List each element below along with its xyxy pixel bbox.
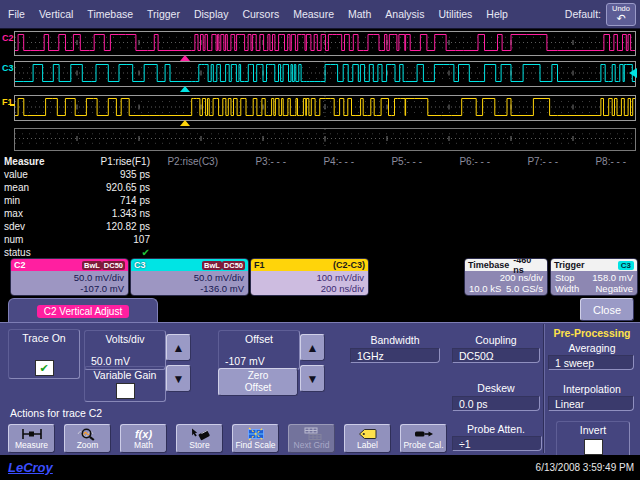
measure-col-header-p2[interactable]: P2:rise(C3) — [160, 156, 228, 169]
offset-decrease-button[interactable]: ▼ — [300, 365, 325, 392]
grid-strip-empty[interactable] — [14, 128, 636, 151]
measure-table: MeasureP1:rise(F1)P2:rise(C3)P3:- - -P4:… — [4, 156, 638, 260]
descriptor-c2[interactable]: C2 BwLDC50 50.0 mV/div -107.0 mV — [10, 258, 129, 296]
menu-bar: FileVerticalTimebaseTriggerDisplayCursor… — [0, 0, 640, 29]
measure-min-p6 — [432, 195, 500, 208]
actions-row: MeasureZoomf(x)MathStoreFind ScaleNext G… — [8, 424, 447, 453]
measure-sdev-p5 — [364, 221, 432, 234]
measure-value-p4 — [296, 169, 364, 182]
descriptor-c3[interactable]: C3 BwLDC50 50.0 mV/div -136.0 mV — [130, 258, 249, 296]
measure-table-title: Measure — [4, 156, 92, 169]
menu-help[interactable]: Help — [480, 1, 514, 28]
menu-trigger[interactable]: Trigger — [141, 1, 186, 28]
measure-max-p5 — [364, 208, 432, 221]
invert-label: Invert — [580, 424, 606, 436]
math-button[interactable]: f(x)Math — [120, 424, 167, 453]
menu-file[interactable]: File — [2, 1, 31, 28]
grid-strip-f1[interactable] — [14, 95, 636, 121]
timebase-title: Timebase — [468, 260, 509, 270]
trigger-time-marker-c2[interactable] — [180, 55, 190, 61]
measure-mean-p4 — [296, 182, 364, 195]
measure-col-header-p5[interactable]: P5:- - - — [364, 156, 432, 169]
descriptor-c2-body: 50.0 mV/div -107.0 mV — [11, 271, 128, 295]
probe-cal-button[interactable]: Probe Cal. — [400, 424, 447, 453]
find-scale-button[interactable]: Find Scale — [232, 424, 279, 453]
measure-sdev-p3 — [228, 221, 296, 234]
menu-vertical[interactable]: Vertical — [33, 1, 79, 28]
measure-row-label-min: min — [4, 195, 92, 208]
measure-min-p7 — [500, 195, 568, 208]
measure-num-p4 — [296, 234, 364, 247]
bandwidth-field[interactable]: 1GHz — [350, 348, 440, 363]
menu-utilities[interactable]: Utilities — [432, 1, 478, 28]
measure-max-p1: 1.343 ns — [92, 208, 160, 221]
status-bar: LeCroy 6/13/2008 3:59:49 PM — [0, 455, 640, 480]
trigger-level: 158.0 mV — [592, 272, 633, 284]
datetime: 6/13/2008 3:59:49 PM — [536, 462, 634, 473]
action-button-label: Math — [134, 441, 153, 450]
grid-strip-c2[interactable] — [14, 31, 636, 56]
interpolation-field[interactable]: Linear — [548, 396, 634, 411]
measure-col-header-p4[interactable]: P4:- - - — [296, 156, 364, 169]
descriptor-trigger[interactable]: Trigger C3 Stop 158.0 mV Width Negative — [550, 258, 638, 296]
trace-on-checkbox[interactable]: ✔ — [35, 360, 54, 376]
action-button-label: Find Scale — [235, 441, 275, 450]
descriptor-f1[interactable]: F1 (C2-C3) 100 mV/div 200 ns/div — [250, 258, 369, 296]
trigger-title: Trigger — [554, 260, 585, 270]
oscilloscope-screen: FileVerticalTimebaseTriggerDisplayCursor… — [0, 0, 640, 480]
measure-col-header-p7[interactable]: P7:- - - — [500, 156, 568, 169]
probe-atten-field[interactable]: ÷1 — [452, 436, 542, 451]
offset-value[interactable]: -107 mV — [219, 355, 299, 367]
zoom-button[interactable]: Zoom — [64, 424, 111, 453]
descriptor-f1-body: 100 mV/div 200 ns/div — [251, 271, 368, 295]
timebase-scale: 200 ns/div — [469, 272, 543, 284]
measure-icon — [21, 427, 43, 441]
offset-increase-button[interactable]: ▲ — [300, 334, 325, 361]
zero-offset-button[interactable]: Zero Offset — [218, 368, 298, 396]
menu-analysis[interactable]: Analysis — [379, 1, 430, 28]
badge-bwl: BwL — [202, 261, 222, 270]
measure-col-header-p6[interactable]: P6:- - - — [432, 156, 500, 169]
volts-div-increase-button[interactable]: ▲ — [166, 334, 191, 361]
variable-gain-checkbox[interactable] — [116, 383, 135, 399]
coupling-field[interactable]: DC50Ω — [452, 348, 540, 363]
menu-display[interactable]: Display — [188, 1, 234, 28]
averaging-field[interactable]: 1 sweep — [548, 355, 634, 370]
invert-checkbox[interactable] — [584, 439, 603, 455]
deskew-field[interactable]: 0.0 ps — [452, 396, 540, 411]
measure-num-p8 — [568, 234, 636, 247]
grid-strip-c3[interactable] — [14, 61, 636, 87]
f1-timebase: 200 ns/div — [255, 283, 364, 295]
label-button[interactable]: Label — [344, 424, 391, 453]
menu-math[interactable]: Math — [342, 1, 377, 28]
close-button[interactable]: Close — [580, 298, 634, 321]
menu-timebase[interactable]: Timebase — [81, 1, 139, 28]
trigger-level-arrow-c3[interactable] — [629, 68, 637, 78]
lecroy-logo: LeCroy — [8, 460, 53, 475]
store-button[interactable]: Store — [176, 424, 223, 453]
descriptor-timebase[interactable]: Timebase -460 ns 200 ns/div 10.0 kS 5.0 … — [464, 258, 548, 296]
trigger-time-marker-c3[interactable] — [180, 86, 190, 92]
descriptor-c3-header: C3 BwLDC50 — [131, 259, 248, 271]
measure-col-header-p3[interactable]: P3:- - - — [228, 156, 296, 169]
measure-mean-p5 — [364, 182, 432, 195]
measure-button[interactable]: Measure — [8, 424, 55, 453]
timebase-samples: 10.0 kS — [469, 283, 501, 295]
badge-dc50: DC50 — [222, 261, 245, 270]
c3-scale: 50.0 mV/div — [135, 272, 244, 284]
f1-ground-marker — [10, 104, 15, 106]
invert-group: Invert — [556, 421, 630, 458]
measure-col-header-p1[interactable]: P1:rise(F1) — [92, 156, 160, 169]
measure-col-header-p8[interactable]: P8:- - - — [568, 156, 636, 169]
undo-button[interactable]: Undo ↶ — [606, 3, 636, 26]
tab-c2-vertical-adjust[interactable]: C2 Vertical Adjust — [8, 298, 158, 323]
menu-cursors[interactable]: Cursors — [236, 1, 285, 28]
trigger-mode: Stop — [555, 272, 575, 284]
volts-div-decrease-button[interactable]: ▼ — [166, 365, 191, 392]
trigger-slope: Negative — [596, 283, 634, 295]
measure-value-p7 — [500, 169, 568, 182]
measure-num-p3 — [228, 234, 296, 247]
menu-measure[interactable]: Measure — [287, 1, 340, 28]
measure-min-p3 — [228, 195, 296, 208]
trigger-time-marker-f1[interactable] — [180, 120, 190, 126]
